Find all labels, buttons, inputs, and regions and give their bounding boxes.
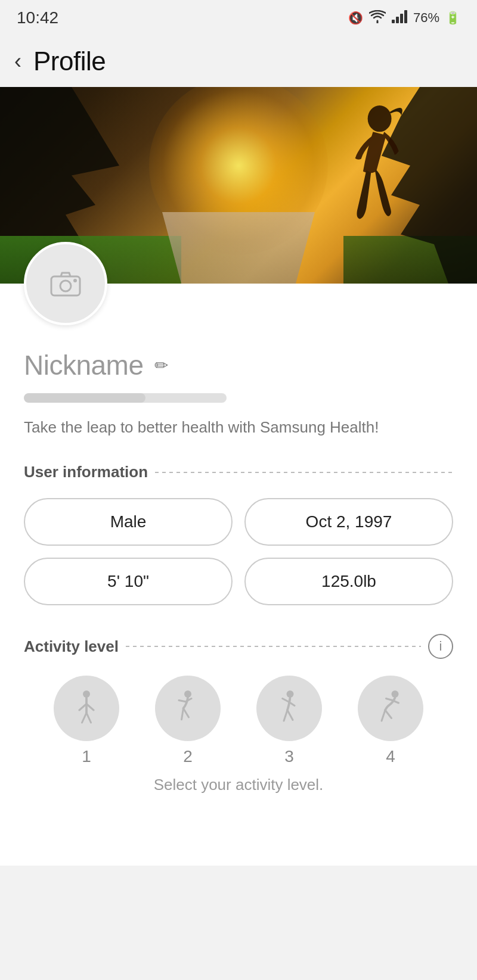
svg-line-25 bbox=[386, 699, 393, 701]
back-button[interactable]: ‹ bbox=[14, 51, 21, 72]
activity-hint: Select your activity level. bbox=[24, 776, 453, 806]
runner-figure bbox=[310, 99, 429, 284]
svg-line-23 bbox=[287, 710, 293, 720]
activity-level-4[interactable]: 4 bbox=[358, 676, 423, 766]
user-info-label: User information bbox=[24, 463, 148, 481]
page-title: Profile bbox=[33, 46, 106, 76]
activity-level-3[interactable]: 3 bbox=[256, 676, 322, 766]
running-icon bbox=[373, 690, 408, 726]
gender-button[interactable]: Male bbox=[24, 498, 233, 546]
avatar-wrap bbox=[24, 242, 107, 325]
activity-circle-3 bbox=[256, 676, 322, 741]
activity-dots bbox=[126, 646, 421, 647]
activity-num-3: 3 bbox=[284, 747, 294, 766]
activity-num-2: 2 bbox=[183, 747, 193, 766]
user-info-grid: Male Oct 2, 1997 5' 10" 125.0lb bbox=[24, 498, 453, 605]
activity-level-2[interactable]: 2 bbox=[155, 676, 221, 766]
height-button[interactable]: 5' 10" bbox=[24, 558, 233, 605]
activity-level-1[interactable]: 1 bbox=[54, 676, 119, 766]
svg-rect-0 bbox=[392, 20, 395, 23]
nickname-row: Nickname ✏ bbox=[24, 325, 453, 387]
bottom-pad bbox=[0, 830, 477, 866]
status-bar: 10:42 🔇 76% 🔋 bbox=[0, 0, 477, 36]
mute-icon: 🔇 bbox=[348, 11, 363, 25]
bending-icon bbox=[170, 690, 206, 726]
weight-button[interactable]: 125.0lb bbox=[244, 558, 453, 605]
activity-num-4: 4 bbox=[386, 747, 395, 766]
status-time: 10:42 bbox=[17, 8, 58, 27]
avatar-button[interactable] bbox=[24, 242, 107, 325]
activity-circle-4 bbox=[358, 676, 423, 741]
svg-line-22 bbox=[284, 710, 287, 721]
main-content: Nickname ✏ Take the leap to better healt… bbox=[0, 325, 477, 830]
dob-button[interactable]: Oct 2, 1997 bbox=[244, 498, 453, 546]
activity-info-button[interactable]: i bbox=[428, 634, 453, 659]
svg-rect-3 bbox=[404, 10, 407, 23]
svg-line-15 bbox=[179, 701, 185, 702]
svg-line-13 bbox=[86, 713, 91, 723]
tagline: Take the leap to better health with Sams… bbox=[24, 416, 453, 439]
svg-line-28 bbox=[385, 710, 392, 718]
progress-fill bbox=[24, 393, 145, 403]
svg-point-7 bbox=[73, 279, 77, 282]
svg-line-27 bbox=[382, 710, 385, 721]
activity-icons-row: 1 2 bbox=[24, 676, 453, 766]
nickname-label: Nickname bbox=[24, 349, 144, 381]
svg-rect-2 bbox=[400, 14, 403, 23]
activity-header: Activity level i bbox=[24, 634, 453, 659]
svg-point-6 bbox=[60, 281, 71, 291]
status-icons: 🔇 76% 🔋 bbox=[348, 10, 460, 26]
walking-icon bbox=[271, 690, 307, 726]
svg-line-18 bbox=[184, 708, 189, 717]
wifi-icon bbox=[369, 10, 386, 26]
svg-line-20 bbox=[283, 699, 289, 702]
svg-line-12 bbox=[82, 713, 87, 723]
activity-num-1: 1 bbox=[82, 747, 91, 766]
activity-circle-2 bbox=[155, 676, 221, 741]
standing-icon bbox=[69, 690, 104, 726]
svg-point-4 bbox=[368, 105, 392, 132]
activity-section: Activity level i 1 bbox=[24, 634, 453, 830]
user-info-dots bbox=[155, 472, 453, 473]
edit-nickname-button[interactable]: ✏ bbox=[154, 356, 168, 375]
user-info-header: User information bbox=[24, 463, 453, 481]
activity-circle-1 bbox=[54, 676, 119, 741]
activity-label: Activity level bbox=[24, 637, 119, 656]
battery-icon: 🔋 bbox=[445, 11, 460, 25]
nickname-progress bbox=[24, 393, 227, 403]
page-header: ‹ Profile bbox=[0, 36, 477, 87]
svg-line-17 bbox=[182, 708, 184, 720]
signal-icon bbox=[392, 10, 407, 26]
svg-rect-1 bbox=[396, 17, 399, 23]
battery-percent: 76% bbox=[413, 10, 439, 26]
camera-icon bbox=[50, 268, 81, 299]
